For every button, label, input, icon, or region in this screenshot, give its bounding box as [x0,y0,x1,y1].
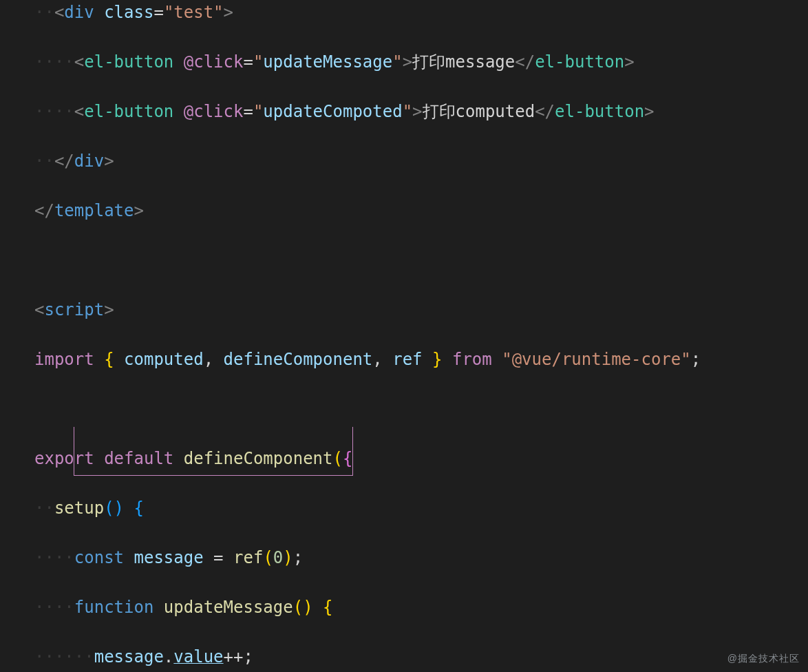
code-token [94,3,104,22]
indent-guide: ···· [34,52,74,72]
code-token: from [452,350,492,369]
code-line[interactable]: <script> [34,297,808,322]
indent-guide: ···· [34,102,74,121]
code-token: ( [263,548,273,567]
code-line[interactable]: export default defineComponent({ [34,446,808,471]
code-token: { [323,598,332,617]
code-line[interactable]: </template> [34,198,808,223]
code-token [492,350,502,369]
code-token: el-button [84,102,173,121]
code-token: > [224,3,233,22]
code-token: defineComponent [184,449,333,468]
code-line[interactable]: ····<el-button @click="updateCompoted">打… [34,99,808,124]
code-token: { [343,449,352,468]
code-token: > [403,52,412,72]
code-editor[interactable]: ··<div class="test"> ····<el-button @cli… [0,0,808,672]
code-token: default [104,449,173,468]
indent-guide: ···· [34,548,74,567]
code-token: ; [293,548,303,567]
code-token: ( [104,498,114,518]
code-token: . [164,647,173,666]
code-token: export [34,449,94,468]
code-token: ref [392,350,422,369]
code-token [204,548,213,567]
code-token: template [54,201,134,220]
code-token: import [34,350,94,369]
code-token [153,598,163,617]
watermark: @掘金技术社区 [727,653,800,665]
code-token [224,548,233,567]
code-token [94,350,104,369]
indent-guide: ···· [34,598,74,617]
code-token: 0 [273,548,283,567]
code-token: ( [293,598,303,617]
code-token: > [104,300,114,319]
code-token [383,350,392,369]
indent-guide: ·· [34,151,54,171]
code-token: "test" [164,3,224,22]
code-token: ++ [224,647,244,666]
code-token: { [134,498,144,518]
code-token: 打印message [412,52,515,72]
code-token: "@vue/runtime-core" [502,350,691,369]
code-token: " [253,102,263,121]
code-token: el-button [555,102,644,121]
code-line[interactable]: ····<el-button @click="updateMessage">打印… [34,50,808,74]
code-line[interactable] [34,397,808,421]
code-line[interactable]: ····function updateMessage() { [34,595,808,620]
code-token: < [54,3,64,22]
code-token [173,449,183,468]
code-token: const [74,548,124,567]
code-token: < [34,300,44,319]
code-token: > [104,151,114,171]
code-token [124,548,134,567]
code-token: > [412,102,422,121]
code-line[interactable]: ····const message = ref(0); [34,545,808,570]
code-token: defineComponent [224,350,373,369]
code-line[interactable] [34,248,808,273]
code-token: ) [114,498,124,518]
code-token: el-button [84,52,173,72]
code-token: el-button [535,52,624,72]
code-token: > [624,52,634,72]
code-token: setup [54,498,104,518]
code-token: @click [184,52,244,72]
code-token: > [644,102,654,121]
code-line[interactable]: ··</div> [34,149,808,174]
code-token: ) [303,598,312,617]
code-token: function [74,598,154,617]
code-line[interactable]: ··<div class="test"> [34,0,808,25]
code-token: updateMessage [164,598,293,617]
code-token: div [74,151,104,171]
code-token: , [372,350,382,369]
code-token: ref [233,548,263,567]
code-token [213,350,223,369]
code-token: updateMessage [263,52,392,72]
code-token: , [204,350,213,369]
code-token: message [134,548,204,567]
code-token: = [243,52,253,72]
code-token: { [104,350,114,369]
code-token [423,350,432,369]
code-token: < [74,52,84,72]
code-token: ) [283,548,293,567]
code-token: } [432,350,442,369]
code-line[interactable]: ······message.value++; [34,644,808,669]
indent-guide: ······ [34,647,94,666]
indent-guide: ·· [34,498,54,518]
code-line[interactable]: import { computed, defineComponent, ref … [34,347,808,372]
code-token [173,52,183,72]
code-token: " [253,52,263,72]
code-token: " [392,52,402,72]
code-token: = [213,548,223,567]
code-token: ; [691,350,701,369]
code-token: message [94,647,164,666]
code-token [442,350,451,369]
code-token: value [173,647,223,666]
code-token [114,350,124,369]
code-token [94,449,104,468]
code-token: </ [515,52,535,72]
code-token: </ [535,102,555,121]
code-token: script [44,300,104,319]
code-line[interactable]: ··setup() { [34,496,808,521]
